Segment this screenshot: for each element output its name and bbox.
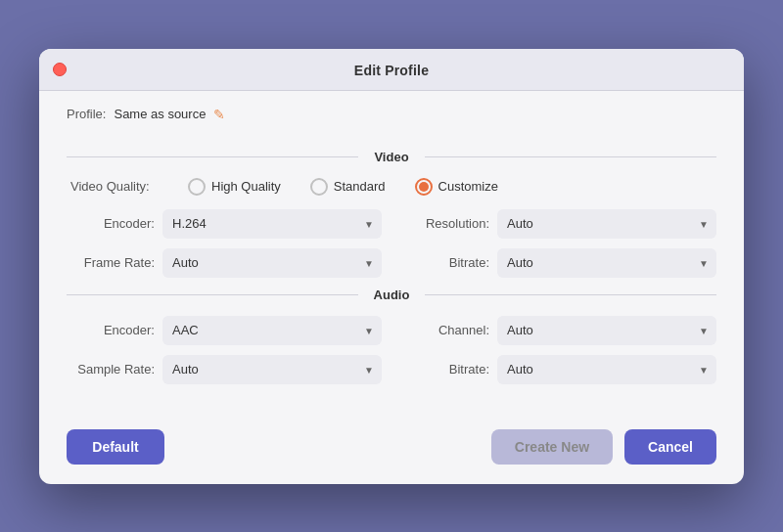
sample-rate-select-wrapper: Auto 44100 48000 ▼ [162, 355, 382, 384]
video-section-title: Video [358, 150, 424, 164]
radio-label-high-quality: High Quality [211, 179, 281, 194]
video-bitrate-select-wrapper: Auto 1000k 2000k 5000k ▼ [497, 248, 716, 278]
frame-rate-select[interactable]: Auto 24 30 60 [162, 248, 382, 278]
radio-circle-standard [310, 178, 328, 196]
video-bitrate-select[interactable]: Auto 1000k 2000k 5000k [497, 248, 716, 278]
radio-standard[interactable]: Standard [310, 178, 386, 196]
audio-encoder-select-wrapper: AAC MP3 FLAC ▼ [162, 316, 382, 345]
default-button[interactable]: Default [67, 429, 164, 465]
edit-profile-icon[interactable]: ✎ [213, 107, 225, 122]
encoder-select[interactable]: H.264 H.265 VP9 [162, 209, 382, 239]
audio-bitrate-select[interactable]: Auto 128k 192k 256k 320k [497, 355, 716, 384]
footer: Default Create New Cancel [39, 414, 744, 484]
divider-left [67, 156, 358, 157]
radio-circle-high-quality [188, 178, 206, 196]
video-section: Video Video Quality: High Quality Standa… [67, 150, 716, 278]
audio-encoder-select[interactable]: AAC MP3 FLAC [162, 316, 382, 345]
radio-circle-customize [415, 178, 433, 196]
sample-rate-select[interactable]: Auto 44100 48000 [162, 355, 382, 384]
audio-section: Audio Encoder: AAC MP3 FLAC ▼ [67, 288, 716, 384]
radio-high-quality[interactable]: High Quality [188, 178, 281, 196]
encoder-label: Encoder: [67, 216, 155, 231]
video-form-grid: Encoder: H.264 H.265 VP9 ▼ Resolution: [67, 209, 716, 278]
radio-label-standard: Standard [334, 179, 386, 194]
audio-section-title: Audio [358, 288, 426, 302]
cancel-button[interactable]: Cancel [624, 429, 716, 465]
radio-label-customize: Customize [438, 179, 498, 194]
window-title: Edit Profile [354, 63, 429, 78]
audio-encoder-label: Encoder: [67, 323, 155, 337]
audio-bitrate-row: Bitrate: Auto 128k 192k 256k 320k ▼ [401, 355, 716, 384]
sample-rate-row: Sample Rate: Auto 44100 48000 ▼ [67, 355, 382, 384]
resolution-label: Resolution: [401, 216, 489, 231]
video-bitrate-label: Bitrate: [401, 255, 489, 270]
video-bitrate-row: Bitrate: Auto 1000k 2000k 5000k ▼ [401, 248, 716, 278]
edit-profile-window: Edit Profile Profile: Same as source ✎ V… [39, 49, 744, 484]
profile-row: Profile: Same as source ✎ [67, 107, 716, 134]
audio-bitrate-select-wrapper: Auto 128k 192k 256k 320k ▼ [497, 355, 716, 384]
video-quality-row: Video Quality: High Quality Standard Cus… [67, 178, 716, 196]
frame-rate-label: Frame Rate: [67, 255, 155, 270]
video-section-header: Video [67, 150, 716, 164]
frame-rate-select-wrapper: Auto 24 30 60 ▼ [162, 248, 382, 278]
sample-rate-label: Sample Rate: [67, 362, 155, 377]
channel-label: Channel: [401, 323, 489, 337]
profile-value: Same as source [114, 107, 206, 121]
resolution-row: Resolution: Auto 1080p 720p ▼ [401, 209, 716, 239]
footer-right: Create New Cancel [491, 429, 716, 465]
audio-divider-left [67, 294, 358, 295]
audio-bitrate-label: Bitrate: [401, 362, 489, 377]
titlebar: Edit Profile [39, 49, 744, 91]
channel-select[interactable]: Auto Mono Stereo [497, 316, 716, 345]
content-area: Profile: Same as source ✎ Video Video Qu… [39, 91, 744, 414]
audio-form-grid: Encoder: AAC MP3 FLAC ▼ Channel: [67, 316, 716, 384]
divider-right [425, 156, 716, 157]
radio-customize[interactable]: Customize [415, 178, 498, 196]
video-quality-label: Video Quality: [70, 179, 159, 194]
resolution-select[interactable]: Auto 1080p 720p [497, 209, 716, 239]
frame-rate-row: Frame Rate: Auto 24 30 60 ▼ [67, 248, 382, 278]
create-new-button[interactable]: Create New [491, 429, 613, 465]
close-button[interactable] [53, 63, 67, 76]
profile-label: Profile: [67, 107, 106, 121]
channel-row: Channel: Auto Mono Stereo ▼ [401, 316, 716, 345]
resolution-select-wrapper: Auto 1080p 720p ▼ [497, 209, 716, 239]
audio-encoder-row: Encoder: AAC MP3 FLAC ▼ [67, 316, 382, 345]
channel-select-wrapper: Auto Mono Stereo ▼ [497, 316, 716, 345]
audio-section-header: Audio [67, 288, 716, 302]
encoder-select-wrapper: H.264 H.265 VP9 ▼ [162, 209, 382, 239]
encoder-row: Encoder: H.264 H.265 VP9 ▼ [67, 209, 382, 239]
audio-divider-right [425, 294, 716, 295]
